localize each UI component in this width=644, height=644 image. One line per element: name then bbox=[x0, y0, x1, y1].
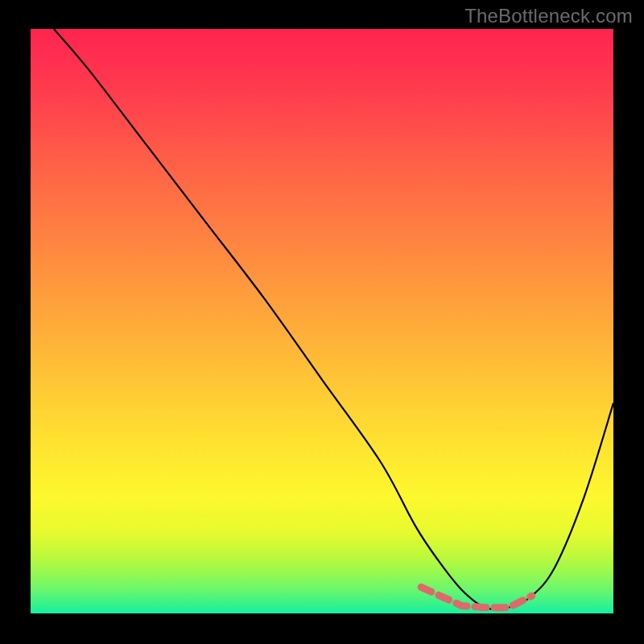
watermark-text: TheBottleneck.com bbox=[464, 5, 633, 27]
plot-area bbox=[31, 29, 613, 613]
bottleneck-curve bbox=[54, 29, 613, 609]
chart-svg bbox=[31, 29, 613, 613]
marker-band bbox=[421, 587, 532, 607]
